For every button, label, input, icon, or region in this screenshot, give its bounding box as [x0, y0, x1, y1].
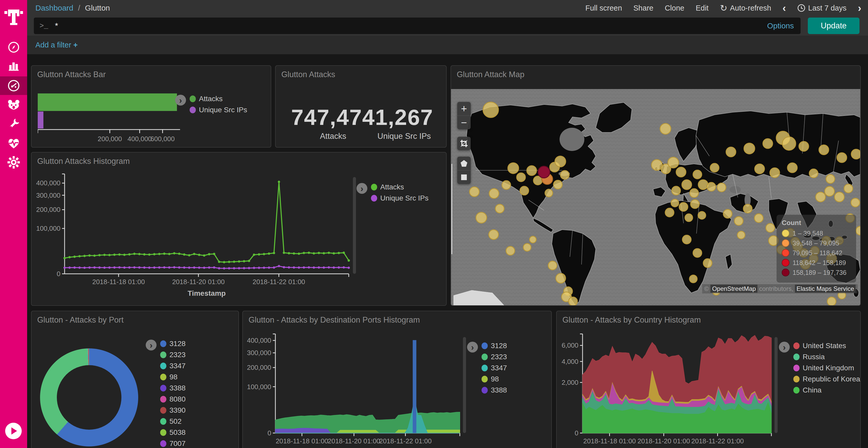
- data-point[interactable]: [323, 266, 325, 269]
- legend-toggle-icon[interactable]: ›: [146, 340, 157, 350]
- data-point[interactable]: [333, 266, 335, 269]
- attack-bubble[interactable]: [693, 248, 702, 257]
- data-point[interactable]: [73, 266, 76, 269]
- sidebar-item-dev-tools[interactable]: [0, 115, 27, 133]
- data-point[interactable]: [168, 266, 170, 269]
- data-point[interactable]: [328, 266, 330, 269]
- attack-bubble[interactable]: [837, 153, 847, 163]
- auto-refresh-button[interactable]: ↻ Auto-refresh: [720, 3, 771, 13]
- attack-bubble[interactable]: [737, 231, 745, 239]
- attack-bubble[interactable]: [844, 184, 853, 193]
- attack-bubble[interactable]: [703, 259, 712, 268]
- data-point[interactable]: [258, 267, 260, 269]
- data-point[interactable]: [208, 266, 210, 269]
- fullscreen-button[interactable]: Full screen: [585, 4, 622, 12]
- breadcrumb-dashboard-link[interactable]: Dashboard: [35, 4, 73, 12]
- data-point[interactable]: [258, 253, 260, 255]
- legend-item[interactable]: Attacks: [190, 95, 247, 103]
- sidebar-item-visualize[interactable]: [0, 57, 27, 74]
- data-point[interactable]: [108, 266, 111, 269]
- attack-bubble[interactable]: [517, 173, 525, 182]
- data-point[interactable]: [313, 266, 315, 269]
- data-point[interactable]: [128, 253, 130, 255]
- legend-item[interactable]: 98: [160, 373, 185, 381]
- legend-item[interactable]: 98: [482, 375, 507, 383]
- data-point[interactable]: [218, 267, 220, 269]
- attack-bubble[interactable]: [825, 186, 834, 196]
- attack-bubble[interactable]: [672, 186, 680, 195]
- attack-bubble[interactable]: [782, 137, 796, 150]
- data-point[interactable]: [233, 261, 235, 263]
- data-point[interactable]: [288, 252, 290, 254]
- attack-bubble[interactable]: [717, 183, 726, 192]
- data-point[interactable]: [133, 266, 135, 269]
- data-point[interactable]: [193, 253, 195, 255]
- legend-item[interactable]: Unique Src IPs: [190, 106, 247, 114]
- donut-chart[interactable]: [40, 348, 138, 446]
- attack-bubble[interactable]: [710, 163, 719, 172]
- world-map[interactable]: + −: [451, 89, 860, 305]
- data-point[interactable]: [188, 267, 190, 269]
- attack-bubble[interactable]: [682, 235, 691, 244]
- data-point[interactable]: [64, 257, 66, 260]
- data-point[interactable]: [118, 266, 121, 269]
- attack-bubble[interactable]: [766, 223, 775, 232]
- data-point[interactable]: [183, 253, 185, 256]
- legend-toggle-icon[interactable]: ›: [467, 342, 478, 352]
- data-point[interactable]: [303, 252, 305, 254]
- time-range-picker[interactable]: Last 7 days: [797, 4, 846, 12]
- data-point[interactable]: [203, 254, 206, 257]
- zoom-in-button[interactable]: +: [457, 102, 471, 115]
- legend-item[interactable]: 3347: [482, 364, 507, 372]
- attack-bubble[interactable]: [827, 297, 836, 305]
- attack-bubble[interactable]: [754, 164, 765, 174]
- data-point[interactable]: [218, 261, 220, 263]
- update-button[interactable]: Update: [808, 18, 860, 34]
- data-point[interactable]: [123, 266, 126, 269]
- data-point[interactable]: [243, 267, 245, 269]
- attack-bubble[interactable]: [676, 167, 686, 177]
- attack-bubble[interactable]: [665, 208, 674, 217]
- data-point[interactable]: [343, 266, 345, 269]
- data-point[interactable]: [103, 254, 106, 256]
- data-point[interactable]: [143, 253, 146, 255]
- legend-toggle-icon[interactable]: ›: [175, 95, 186, 106]
- draw-polygon-button[interactable]: [457, 157, 471, 170]
- attack-bubble[interactable]: [520, 186, 529, 195]
- data-point[interactable]: [148, 253, 151, 256]
- data-point[interactable]: [88, 254, 91, 257]
- data-point[interactable]: [113, 254, 116, 256]
- attack-bubble[interactable]: [735, 216, 743, 225]
- data-point[interactable]: [163, 252, 165, 255]
- attack-bubble[interactable]: [527, 166, 536, 175]
- series-line[interactable]: [65, 182, 349, 262]
- data-point[interactable]: [118, 253, 121, 256]
- data-point[interactable]: [198, 254, 200, 256]
- legend-item[interactable]: 502: [160, 417, 185, 425]
- data-point[interactable]: [193, 266, 195, 269]
- data-point[interactable]: [98, 266, 101, 269]
- attack-bubble[interactable]: [707, 182, 716, 191]
- attack-bubble[interactable]: [502, 181, 511, 189]
- attack-bubble[interactable]: [560, 171, 569, 179]
- fit-data-bounds-button[interactable]: [457, 137, 471, 150]
- attack-bubble[interactable]: [799, 141, 809, 151]
- sidebar-item-monitoring[interactable]: [0, 135, 27, 152]
- attack-bubble[interactable]: [506, 246, 515, 255]
- attack-bubble[interactable]: [698, 211, 706, 219]
- data-point[interactable]: [283, 266, 285, 268]
- attack-bubble[interactable]: [826, 175, 835, 183]
- bar-unique-src-ips[interactable]: [38, 111, 43, 129]
- data-point[interactable]: [108, 254, 111, 256]
- data-point[interactable]: [293, 266, 295, 269]
- data-point[interactable]: [308, 252, 310, 254]
- data-point[interactable]: [268, 267, 270, 269]
- attack-bubble[interactable]: [723, 210, 732, 218]
- data-point[interactable]: [213, 266, 215, 269]
- legend-item[interactable]: Unique Src IPs: [371, 194, 429, 202]
- attack-bubble[interactable]: [530, 236, 536, 243]
- data-point[interactable]: [78, 267, 81, 269]
- data-point[interactable]: [343, 252, 345, 254]
- attack-bubble[interactable]: [834, 192, 844, 202]
- attack-bubble[interactable]: [476, 212, 487, 223]
